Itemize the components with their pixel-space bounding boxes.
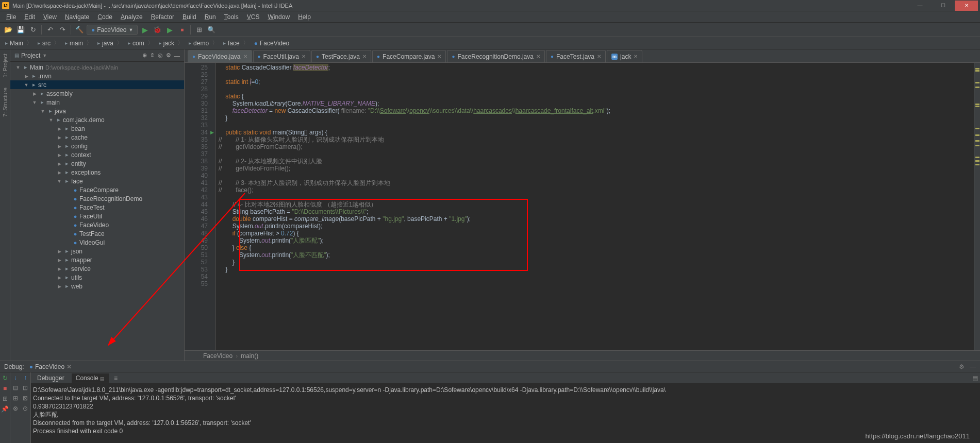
breadcrumb-item[interactable]: ▸ java 〉	[95, 39, 126, 47]
mute-icon[interactable]: ⊗	[13, 405, 18, 412]
tree-facecompare[interactable]: ●FaceCompare	[10, 185, 184, 194]
console-output[interactable]: D:\Sofeware\Java\jdk1.8.0_211\bin\java.e…	[31, 384, 980, 443]
tree-utils[interactable]: ▶▸utils	[10, 273, 184, 282]
tree-main[interactable]: ▼▸MainD:\workspace-idea-jack\Main	[10, 63, 184, 72]
menu-view[interactable]: View	[40, 12, 60, 22]
open-file-icon[interactable]: 📂	[3, 25, 13, 35]
menu-refactor[interactable]: Refactor	[148, 12, 177, 22]
structure-tool-tab[interactable]: 7: Structure	[2, 88, 8, 117]
tree-assembly[interactable]: ▶▸assembly	[10, 89, 184, 98]
tree-context[interactable]: ▶▸context	[10, 150, 184, 159]
breadcrumb-item[interactable]: ● FaceVideo	[252, 40, 291, 47]
menu-run[interactable]: Run	[202, 12, 219, 22]
structure-icon[interactable]: ⊞	[194, 25, 204, 35]
menu-tools[interactable]: Tools	[221, 12, 242, 22]
stop-icon[interactable]: ■	[3, 385, 7, 392]
search-icon[interactable]: 🔍	[206, 25, 217, 35]
save-icon[interactable]: 💾	[15, 25, 26, 35]
menu-edit[interactable]: Edit	[21, 12, 38, 22]
tree--mvn[interactable]: ▶▸.mvn	[10, 72, 184, 80]
run-button[interactable]: ▶	[140, 25, 150, 35]
editor-tab-facecompare-java[interactable]: ●FaceCompare.java✕	[372, 50, 446, 62]
tree-testface[interactable]: ●TestFace	[10, 229, 184, 238]
step-out-icon[interactable]: ⊡	[23, 384, 28, 391]
tree-facetest[interactable]: ●FaceTest	[10, 203, 184, 212]
project-tool-tab[interactable]: 1: Project	[2, 54, 8, 77]
close-icon[interactable]: ✕	[67, 363, 72, 370]
editor-tab-jack[interactable]: mjack✕	[607, 50, 642, 62]
settings-icon[interactable]: ⚙	[959, 363, 965, 370]
tree-java[interactable]: ▼▸java	[10, 107, 184, 115]
editor-tab-facetest-java[interactable]: ●FaceTest.java✕	[546, 50, 606, 62]
frames-icon[interactable]: ⊞	[13, 395, 18, 402]
debugger-tab[interactable]: Debugger	[33, 373, 69, 383]
gear-icon[interactable]: ⚙	[166, 52, 171, 59]
tree-facerecognitiondemo[interactable]: ●FaceRecognitionDemo	[10, 194, 184, 203]
target-icon[interactable]: ◎	[158, 52, 163, 59]
menu-analyze[interactable]: Analyze	[118, 12, 146, 22]
expand-icon[interactable]: ▤	[972, 374, 978, 382]
tree-src[interactable]: ▼▸src	[10, 80, 184, 89]
debug-session-tab[interactable]: ● FaceVideo ✕	[29, 363, 72, 370]
menu-vcs[interactable]: VCS	[244, 12, 263, 22]
tree-mapper[interactable]: ▶▸mapper	[10, 255, 184, 264]
maximize-button[interactable]: ☐	[932, 1, 955, 11]
tree-cache[interactable]: ▶▸cache	[10, 133, 184, 142]
tree-main[interactable]: ▼▸main	[10, 98, 184, 107]
console-tab[interactable]: Console ▤	[72, 373, 109, 383]
layout-icon[interactable]: ⊞	[3, 395, 8, 402]
menu-navigate[interactable]: Navigate	[62, 12, 92, 22]
breadcrumb-item[interactable]: ▸ main 〉	[63, 39, 95, 47]
editor-tab-testface-java[interactable]: ●TestFace.java✕	[311, 50, 371, 62]
threads-icon[interactable]: ⊠	[23, 395, 28, 402]
breadcrumb-item[interactable]: ▸ face 〉	[221, 39, 252, 47]
breadcrumb-item[interactable]: ▸ jack 〉	[157, 39, 187, 47]
undo-icon[interactable]: ↶	[45, 25, 55, 35]
error-stripe[interactable]	[974, 63, 980, 350]
more-icon[interactable]: ≡	[114, 374, 118, 382]
tree-service[interactable]: ▶▸service	[10, 264, 184, 273]
coverage-button[interactable]: ▶	[164, 25, 175, 35]
menu-build[interactable]: Build	[179, 12, 200, 22]
resume-icon[interactable]: ↓	[14, 374, 17, 381]
tree-json[interactable]: ▶▸json	[10, 247, 184, 255]
breadcrumb-item[interactable]: ▸ src 〉	[36, 39, 63, 47]
stop-button[interactable]: ■	[177, 25, 187, 35]
project-tree[interactable]: ▼▸MainD:\workspace-idea-jack\Main▶▸.mvn▼…	[10, 62, 184, 361]
tree-face[interactable]: ▼▸face	[10, 177, 184, 185]
code-content[interactable]: static CascadeClassifier faceDetector; s…	[215, 63, 974, 350]
editor-tab-facerecognitiondemo-java[interactable]: ●FaceRecognitionDemo.java✕	[447, 50, 544, 62]
collapse-icon[interactable]: ⇕	[150, 52, 155, 59]
tree-faceutil[interactable]: ●FaceUtil	[10, 212, 184, 220]
menu-file[interactable]: File	[3, 12, 19, 22]
redo-icon[interactable]: ↷	[57, 25, 68, 35]
debug-button[interactable]: 🐞	[152, 25, 162, 35]
code-editor[interactable]: 25262728293031323334▶3536373839404142434…	[185, 63, 980, 350]
hammer-icon[interactable]: 🔨	[74, 25, 85, 35]
run-config-selector[interactable]: ● FaceVideo ▼	[87, 25, 138, 35]
minimize-button[interactable]: —	[908, 1, 932, 11]
menu-code[interactable]: Code	[94, 12, 115, 22]
rerun-icon[interactable]: ↻	[3, 374, 8, 382]
minimize-icon[interactable]: —	[970, 363, 976, 370]
tree-web[interactable]: ▶▸web	[10, 282, 184, 291]
breadcrumb-item[interactable]: ▸ com 〉	[126, 39, 157, 47]
tree-entity[interactable]: ▶▸entity	[10, 159, 184, 168]
sync-icon[interactable]: ↻	[28, 25, 38, 35]
tree-videogui[interactable]: ●VideoGui	[10, 238, 184, 247]
menu-window[interactable]: Window	[264, 12, 293, 22]
menu-help[interactable]: Help	[295, 12, 314, 22]
hide-icon[interactable]: —	[174, 53, 180, 59]
view-icon[interactable]: ⊙	[23, 405, 28, 412]
step-into-icon[interactable]: ⊟	[13, 384, 18, 391]
step-over-icon[interactable]: ↑	[24, 374, 27, 381]
breadcrumb-item[interactable]: ▸ Main 〉	[3, 39, 36, 47]
editor-tab-faceutil-java[interactable]: ●FaceUtil.java✕	[253, 50, 310, 62]
tree-exceptions[interactable]: ▶▸exceptions	[10, 168, 184, 177]
tree-facevideo[interactable]: ●FaceVideo	[10, 220, 184, 229]
editor-tab-facevideo-java[interactable]: ●FaceVideo.java✕	[188, 50, 252, 62]
pin-icon[interactable]: 📌	[1, 405, 9, 413]
tree-com-jack-demo[interactable]: ▼▸com.jack.demo	[10, 115, 184, 124]
tree-config[interactable]: ▶▸config	[10, 142, 184, 150]
settings-icon[interactable]: ⊕	[142, 52, 147, 59]
